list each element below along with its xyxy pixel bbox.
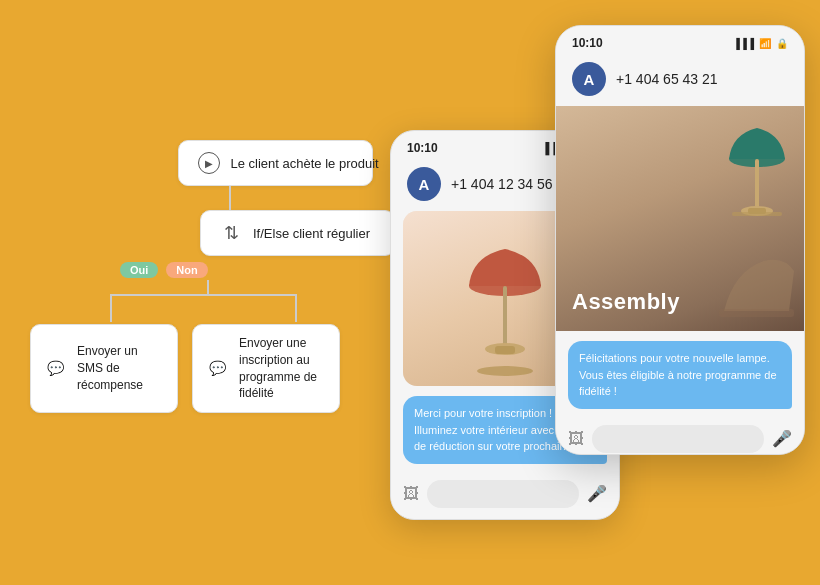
front-mic-icon[interactable]: 🎤 (772, 429, 792, 448)
front-time: 10:10 (572, 36, 603, 50)
front-phone-number: +1 404 65 43 21 (616, 71, 718, 87)
front-status-icons: ▐▐▐ 📶 🔒 (733, 38, 788, 49)
back-mic-icon[interactable]: 🎤 (587, 484, 607, 503)
action-inscription: 💬 Envoyer une inscription au programme d… (192, 324, 340, 413)
condition-node: ⇅ If/Else client régulier (200, 210, 395, 256)
hero-image: Assembly (556, 106, 804, 331)
back-phone-number: +1 404 12 34 56 (451, 176, 553, 192)
front-avatar: A (572, 62, 606, 96)
hero-overlay: Assembly (556, 273, 804, 331)
front-input-field[interactable] (592, 425, 764, 453)
play-circle-icon: ▶ (197, 151, 221, 175)
lamp-svg (460, 231, 550, 386)
hero-lamp-svg (722, 114, 792, 244)
front-status-bar: 10:10 ▐▐▐ 📶 🔒 (556, 26, 804, 56)
action-row: 💬 Envoyer un SMS de récompense 💬 Envoyer… (30, 324, 350, 413)
workflow-diagram: ▶ Le client achète le produit ⇅ If/Else … (30, 140, 370, 413)
back-avatar: A (407, 167, 441, 201)
svg-rect-6 (755, 159, 759, 209)
front-msg-input-bar[interactable]: 🖼 🎤 (556, 417, 804, 456)
start-node-label: Le client achète le produit (231, 156, 379, 171)
svg-point-4 (477, 366, 533, 376)
sms-left-icon: 💬 (43, 357, 67, 381)
back-image-icon[interactable]: 🖼 (403, 485, 419, 503)
badges-row: Oui Non (120, 262, 208, 278)
action-left-label: Envoyer un SMS de récompense (77, 343, 165, 393)
back-msg-input-bar[interactable]: 🖼 🎤 (391, 472, 619, 516)
condition-node-label: If/Else client régulier (253, 226, 370, 241)
assembly-text: Assembly (572, 289, 680, 314)
start-node: ▶ Le client achète le produit (178, 140, 373, 186)
svg-rect-1 (503, 286, 507, 346)
front-chat-bubble: Félicitations pour votre nouvelle lampe.… (568, 341, 792, 409)
svg-rect-9 (732, 212, 782, 216)
back-input-field[interactable] (427, 480, 579, 508)
badge-oui: Oui (120, 262, 158, 278)
action-right-label: Envoyer une inscription au programme de … (239, 335, 327, 402)
badge-non: Non (166, 262, 207, 278)
arrows-icon: ⇅ (219, 221, 243, 245)
phone-front: 10:10 ▐▐▐ 📶 🔒 A +1 404 65 43 21 (555, 25, 805, 455)
front-image-icon[interactable]: 🖼 (568, 430, 584, 448)
svg-rect-3 (495, 346, 515, 354)
sms-right-icon: 💬 (205, 357, 229, 381)
action-sms-reward: 💬 Envoyer un SMS de récompense (30, 324, 178, 413)
front-contact-row: A +1 404 65 43 21 (556, 56, 804, 106)
back-time: 10:10 (407, 141, 438, 155)
